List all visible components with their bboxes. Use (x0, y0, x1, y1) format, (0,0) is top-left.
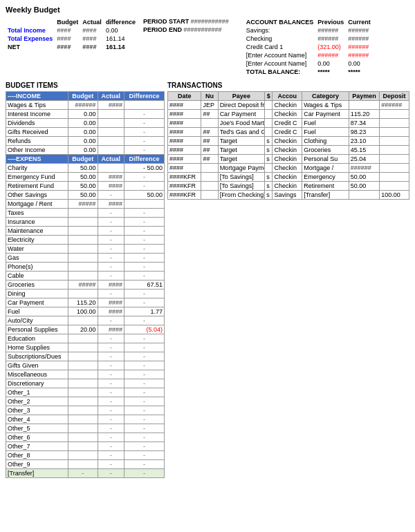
expense-groceries-diff: 67.51 (124, 281, 165, 289)
transfer-row: [Transfer] - - - (6, 469, 165, 478)
income-dividends-row: Dividends 0.00 - (6, 119, 165, 128)
expense-dining-name: Dining (6, 289, 68, 298)
trans-payment-7: 25.04 (349, 155, 379, 164)
period-end-label: PERIOD END (143, 26, 182, 33)
expense-other4-row: Other_4 -- (6, 415, 165, 424)
trans-payment-4: 98.23 (349, 128, 379, 137)
expense-discretionary-row: Discretionary -- (6, 379, 165, 388)
expense-fuel-actual: #### (98, 307, 124, 316)
expense-subs-name: Subscriptions/Dues (6, 352, 68, 361)
total-balance-curr: ***** (346, 68, 373, 76)
trans-s-8 (265, 164, 273, 173)
net-label: NET (6, 43, 55, 51)
income-refunds-name: Refunds (6, 137, 68, 146)
trans-row-8: #### Mortgage Payment Checkin Mortgage /… (168, 164, 409, 173)
expense-other-savings-diff: 50.00 (124, 191, 165, 200)
expense-fuel-name: Fuel (6, 307, 68, 316)
total-expenses-label: Total Expenses (6, 35, 55, 43)
trans-date-7: #### (168, 155, 201, 164)
expense-maintenance-row: Maintenance -- (6, 227, 165, 236)
expense-diff-col: Difference (124, 155, 165, 164)
expense-mortgage-row: Mortgage / Rent ##### #### (6, 200, 165, 209)
total-expenses-diff: 161.14 (104, 35, 138, 43)
trans-s-1 (265, 101, 273, 110)
income-actual-col: Actual (98, 92, 124, 101)
period-start-val: ########### (191, 18, 229, 25)
income-gifts-actual (98, 128, 124, 137)
expense-groceries-budget: ##### (68, 281, 98, 289)
income-other-actual (98, 146, 124, 155)
expense-other6-row: Other_6 -- (6, 433, 165, 442)
expense-education-name: Education (6, 334, 68, 343)
trans-num-10 (201, 182, 218, 191)
income-interest-row: Interest Income 0.00 - (6, 110, 165, 119)
total-balance-label: TOTAL BALANCE: (244, 68, 316, 76)
trans-acct-2: Checkin (273, 110, 302, 119)
expense-taxes-diff: - (124, 209, 165, 218)
expense-emergency-diff: - (124, 173, 165, 182)
expense-other9-name: Other_9 (6, 460, 68, 469)
trans-cat-6: Groceries (302, 146, 349, 155)
expense-emergency-name: Emergency Fund (6, 173, 68, 182)
net-diff: 161.14 (104, 43, 138, 51)
accounts-curr-header: Current (346, 18, 373, 26)
acct-cc1-name: Credit Card 1 (244, 43, 316, 51)
expense-gifts-row: Gifts Given -- (6, 361, 165, 370)
trans-acct-9: Checkin (273, 173, 302, 182)
trans-payee-7: Target (218, 155, 265, 164)
transfer-name: [Transfer] (6, 469, 68, 478)
trans-date-11: ####KFR (168, 191, 201, 200)
total-income-actual: #### (80, 26, 104, 35)
trans-row-10: ####KFR [To Savings] s Checkin Retiremen… (168, 182, 409, 191)
expense-other7-name: Other_7 (6, 442, 68, 451)
trans-payment-col: Paymen (349, 92, 379, 101)
expense-charity-row: Charity 50.00 - 50.00 (6, 164, 165, 173)
expense-phone-row: Phone(s) -- (6, 263, 165, 272)
trans-payment-5: 23.10 (349, 137, 379, 146)
trans-deposit-3 (380, 119, 409, 128)
trans-num-11 (201, 191, 218, 200)
trans-payment-2: 115.20 (349, 110, 379, 119)
expense-personal-actual: #### (98, 325, 124, 334)
expense-home-row: Home Supplies -- (6, 343, 165, 352)
trans-deposit-8 (380, 164, 409, 173)
acct-checking-prev: ###### (315, 35, 346, 43)
trans-payee-2: Car Payment (218, 110, 265, 119)
trans-row-11: ####KFR [From Checking] s Savings [Trans… (168, 191, 409, 200)
trans-date-1: #### (168, 101, 201, 110)
trans-payment-3: 87.34 (349, 119, 379, 128)
trans-payee-col: Payee (218, 92, 265, 101)
expense-taxes-name: Taxes (6, 209, 68, 218)
income-dividends-budget: 0.00 (68, 119, 98, 128)
expense-water-name: Water (6, 245, 68, 254)
trans-date-10: ####KFR (168, 182, 201, 191)
expense-emergency-row: Emergency Fund 50.00 #### - (6, 173, 165, 182)
income-interest-name: Interest Income (6, 110, 68, 119)
trans-num-6: ## (201, 146, 218, 155)
expense-other1-name: Other_1 (6, 388, 68, 397)
income-dividends-actual (98, 119, 124, 128)
trans-num-1: JEP (201, 101, 218, 110)
expense-retirement-actual: #### (98, 182, 124, 191)
expense-personal-budget: 20.00 (68, 325, 98, 334)
trans-num-3 (201, 119, 218, 128)
trans-s-10: s (265, 182, 273, 191)
account-section: ACCOUNT BALANCES Previous Current Saving… (240, 18, 373, 76)
income-refunds-budget: 0.00 (68, 137, 98, 146)
trans-payment-10: 50.00 (349, 182, 379, 191)
budget-title: BUDGET ITEMS (6, 82, 165, 89)
income-other-budget: 0.00 (68, 146, 98, 155)
trans-cat-8: Mortgage / (302, 164, 349, 173)
trans-payment-1 (349, 101, 379, 110)
income-refunds-diff: - (124, 137, 165, 146)
acct-savings-curr: ###### (346, 26, 373, 35)
trans-deposit-2 (380, 110, 409, 119)
trans-deposit-4 (380, 128, 409, 137)
expense-auto-row: Auto/City -- (6, 316, 165, 325)
period-end-val: ########### (183, 26, 221, 33)
expense-fuel-row: Fuel 100.00 #### 1.77 (6, 307, 165, 316)
trans-acct-col: Accou (273, 92, 302, 101)
trans-payment-9: 50.00 (349, 173, 379, 182)
budget-section: BUDGET ITEMS ----INCOME Budget Actual Di… (6, 82, 165, 478)
expense-car-payment-budget: 115.20 (68, 298, 98, 307)
